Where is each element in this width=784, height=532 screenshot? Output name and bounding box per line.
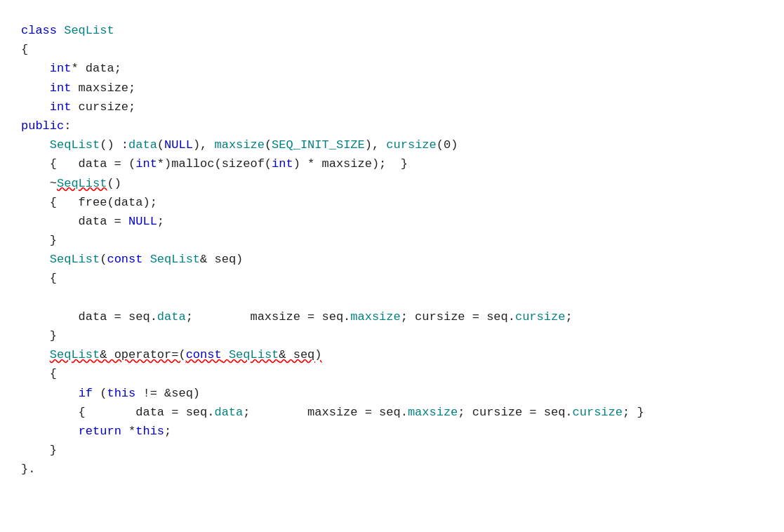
keyword-int-2: int — [50, 81, 72, 95]
maxsize-init: maxsize — [214, 138, 264, 152]
code-line-9: ~SeqList() — [21, 174, 763, 193]
code-line-19: { — [21, 364, 763, 383]
keyword-const-1: const — [107, 253, 142, 266]
operator-seqlist: SeqList — [50, 348, 100, 361]
code-line-18: SeqList& operator=(const SeqList& seq) — [21, 345, 763, 364]
code-line-15 — [21, 288, 763, 307]
code-line-8: { data = (int*)malloc(sizeof(int) * maxs… — [21, 154, 763, 173]
seqlist-param-1: SeqList — [150, 253, 200, 266]
keyword-this-return: this — [135, 425, 164, 438]
destructor-seqlist: SeqList — [57, 177, 107, 190]
code-line-21: { data = seq.data; maxsize = seq.maxsize… — [21, 403, 763, 422]
seq-cursize-1: cursize — [515, 310, 565, 324]
code-line-10: { free(data); — [21, 193, 763, 212]
code-line-14: { — [21, 269, 763, 288]
constructor-seqlist-1: SeqList — [50, 138, 100, 152]
code-line-13: SeqList(const SeqList& seq) — [21, 250, 763, 269]
keyword-int-cast: int — [135, 157, 157, 171]
seq-maxsize-2: maxsize — [408, 406, 458, 419]
code-line-2: { — [21, 40, 763, 59]
cursize-init: cursize — [386, 138, 436, 152]
code-line-1: class SeqList — [21, 21, 763, 40]
code-block: class SeqList { int* data; int maxsize; … — [21, 14, 763, 486]
code-line-12: } — [21, 231, 763, 250]
seq-init-size: SEQ_INIT_SIZE — [272, 138, 365, 152]
code-line-4: int maxsize; — [21, 79, 763, 98]
code-line-11: data = NULL; — [21, 212, 763, 231]
code-line-6: public: — [21, 117, 763, 135]
keyword-int-3: int — [50, 100, 72, 114]
code-line-3: int* data; — [21, 59, 763, 78]
null-kw-1: NULL — [164, 138, 193, 152]
code-line-22: return *this; — [21, 422, 763, 441]
code-line-23: } — [21, 441, 763, 460]
code-line-24: }. — [21, 460, 763, 479]
null-kw-2: NULL — [128, 215, 157, 228]
keyword-return: return — [79, 425, 121, 438]
code-line-5: int cursize; — [21, 98, 763, 117]
seq-data-2: data — [214, 406, 243, 419]
keyword-this: this — [107, 387, 135, 400]
keyword-const-2: const — [186, 348, 222, 361]
seq-cursize-2: cursize — [573, 406, 623, 419]
code-line-7: SeqList() :data(NULL), maxsize(SEQ_INIT_… — [21, 135, 763, 154]
code-line-16: data = seq.data; maxsize = seq.maxsize; … — [21, 307, 763, 326]
keyword-public: public — [21, 119, 64, 133]
keyword-int-1: int — [50, 62, 72, 75]
keyword-int-sizeof: int — [272, 157, 293, 171]
copy-constructor: SeqList — [50, 253, 100, 266]
keyword-if: if — [79, 387, 93, 400]
data-init: data — [128, 138, 157, 152]
class-name: SeqList — [64, 24, 114, 37]
seq-data-1: data — [157, 310, 186, 324]
seqlist-param-2: SeqList — [229, 348, 279, 361]
code-line-17: } — [21, 326, 763, 345]
keyword-class: class — [21, 24, 57, 37]
seq-maxsize-1: maxsize — [350, 310, 400, 324]
code-line-20: if (this != &seq) — [21, 384, 763, 403]
